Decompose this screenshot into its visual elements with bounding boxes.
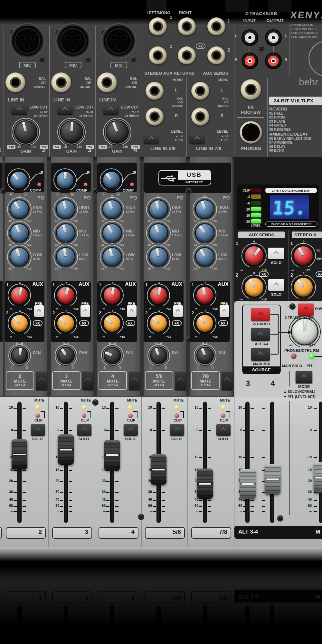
eq-mid-knob[interactable] (10, 223, 29, 243)
eq-max: +15 (24, 219, 34, 223)
aux1-knob[interactable] (103, 286, 121, 304)
aux-send-jack (207, 17, 225, 35)
gain-knob[interactable] (60, 120, 83, 144)
eq-mid-freq: 2.5 kHz (172, 234, 182, 237)
eq-low-knob[interactable] (56, 247, 75, 267)
gain-knob[interactable] (14, 120, 37, 144)
fader-scale-tick (208, 430, 211, 431)
fader-handle[interactable] (58, 434, 74, 465)
source-alt34-button[interactable] (251, 328, 270, 341)
low-cut-switch[interactable] (12, 105, 27, 114)
fader-handle[interactable] (12, 439, 27, 469)
level-switch[interactable] (190, 134, 204, 144)
mute-button[interactable] (129, 371, 140, 390)
fx-program: 08 DELAY (269, 145, 322, 148)
pre-button[interactable] (34, 305, 44, 317)
pan-knob[interactable] (11, 347, 28, 364)
mute-button[interactable] (82, 371, 93, 390)
pan-knob[interactable] (104, 347, 121, 364)
channel-strip: EQ 0 HIGH 12 kHz -15 +15 0 MID 2.5 kHz -… (144, 157, 186, 539)
aux1-knob[interactable] (149, 286, 167, 304)
eq-low-knob[interactable] (10, 247, 29, 267)
eq-mid-knob[interactable] (149, 223, 168, 243)
aux-send-1-knob[interactable] (244, 246, 264, 266)
source-main-mix-label: MAIN MIX (243, 362, 279, 366)
aux1-knob[interactable] (10, 286, 28, 304)
bal-or-unbal-label: BALORUNBAL (119, 77, 137, 89)
stereo-aux-1-knob[interactable] (293, 246, 313, 266)
eq-high-knob[interactable] (195, 200, 214, 219)
comp-knob[interactable] (10, 171, 28, 189)
phones-ctrl-rm-knob[interactable] (291, 318, 318, 345)
eq-mid-knob[interactable] (102, 223, 122, 243)
right-label: RIGHT (179, 11, 192, 15)
aux-send-2-knob[interactable] (244, 277, 264, 297)
pre-button[interactable] (220, 305, 229, 317)
pan-knob[interactable] (196, 347, 214, 364)
aux2-knob[interactable] (196, 314, 214, 332)
fader-scale-label: ∞ (144, 509, 152, 513)
low-cut-switch[interactable] (103, 105, 118, 114)
eq-high-knob[interactable] (56, 200, 75, 219)
alt3-fader-handle[interactable] (240, 469, 256, 499)
eq-mid-knob[interactable] (56, 223, 75, 243)
phones-max: MAX (308, 343, 316, 347)
rca-white-output (266, 30, 281, 45)
mute-button[interactable] (222, 371, 232, 390)
gain-knob[interactable] (106, 120, 129, 144)
eq-low-knob[interactable] (195, 247, 214, 267)
fader-scale-tick (262, 430, 265, 431)
source-main-mix-button[interactable] (251, 348, 270, 361)
pan-knob[interactable] (57, 347, 75, 364)
power-button[interactable] (298, 303, 314, 316)
mode-button[interactable] (296, 371, 312, 383)
eq-low-knob[interactable] (102, 247, 122, 267)
fader-scale-label: 15 (5, 468, 13, 472)
source-2tr-usb-button[interactable] (251, 308, 270, 321)
pre-button[interactable] (173, 305, 183, 317)
channel1-label-box-partial (0, 527, 2, 539)
aux1-knob[interactable] (196, 286, 214, 304)
aux2-knob[interactable] (10, 314, 28, 332)
mute-alt: ALT 3-4 (192, 384, 219, 387)
pre-button[interactable] (127, 305, 137, 317)
pre-button[interactable] (80, 305, 90, 317)
fader-handle[interactable] (104, 440, 120, 470)
fader-scale-label: 30 (97, 490, 106, 494)
comp-knob[interactable] (102, 171, 120, 189)
fader-handle[interactable] (197, 469, 213, 499)
low-cut-switch[interactable] (57, 105, 73, 114)
fader-handle[interactable] (151, 454, 166, 485)
fader-scale-tick (60, 430, 63, 431)
eq-high-knob[interactable] (102, 200, 122, 219)
eq-max: +15 (70, 267, 80, 270)
low-cut-slope: 18 dB/Oct (28, 114, 48, 117)
level-plus4: ▲ +4 (163, 134, 183, 138)
stereo-aux-2-knob[interactable] (293, 277, 313, 297)
fader-scale-tick (69, 511, 72, 512)
aux2-knob[interactable] (57, 314, 75, 332)
aux-send-1-solo-button[interactable] (268, 248, 284, 259)
aux2-knob[interactable] (149, 314, 167, 332)
fader-scale-tick (115, 492, 118, 493)
stereo-aux-header: STEREO A (292, 232, 322, 238)
aux1-knob[interactable] (57, 286, 75, 304)
eq-low-knob[interactable] (149, 247, 168, 267)
eq-mid-label: MID (126, 229, 133, 233)
eq-mid-knob[interactable] (195, 223, 214, 243)
comp-knob[interactable] (56, 171, 74, 189)
mute-button[interactable] (175, 371, 186, 390)
fader-scale-tick (162, 492, 165, 493)
main-fader-handle[interactable] (314, 462, 322, 493)
eq-high-knob[interactable] (149, 200, 168, 219)
level-switch[interactable] (144, 134, 159, 144)
pre-label: PRE (33, 301, 44, 305)
fx-program: 09 ECHO (269, 148, 322, 152)
aux-send-2-solo-button[interactable] (268, 279, 284, 291)
alt34-caption: ALT 3-4 (238, 529, 258, 535)
alt4-fader-handle[interactable] (265, 464, 280, 494)
pan-knob[interactable] (150, 347, 167, 364)
aux2-knob[interactable] (103, 314, 121, 332)
eq-high-knob[interactable] (10, 200, 29, 219)
mute-button[interactable] (36, 371, 47, 390)
